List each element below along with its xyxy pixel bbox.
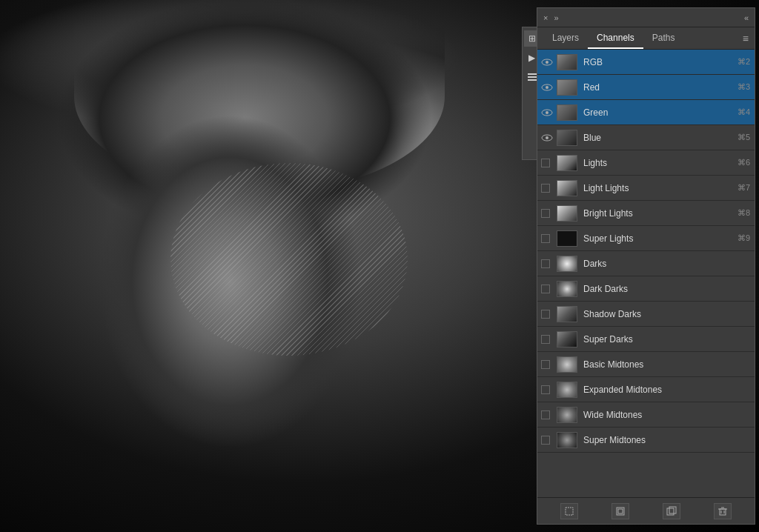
selection-from-channel-button[interactable]: [560, 503, 578, 519]
load-channel-button[interactable]: [663, 503, 680, 519]
channel-row-red[interactable]: Red⌘3: [537, 75, 755, 100]
channel-name-rgb: RGB: [583, 57, 735, 67]
svg-rect-0: [528, 73, 537, 75]
channel-thumb-super-midtones: [557, 432, 577, 448]
channel-name-super-darks: Super Darks: [583, 334, 747, 345]
checkbox-bright-lights[interactable]: [540, 207, 554, 220]
channel-row-green[interactable]: Green⌘4: [537, 100, 755, 125]
channel-row-shadow-darks[interactable]: Shadow Darks: [537, 302, 755, 327]
checkbox-basic-midtones[interactable]: [540, 358, 554, 371]
channel-thumb-super-darks: [557, 331, 577, 348]
channel-name-bright-lights: Bright Lights: [583, 208, 735, 219]
channel-row-lights[interactable]: Lights⌘6: [537, 150, 755, 176]
channel-thumb-bright-lights: [557, 205, 577, 222]
channel-shortcut-super-lights: ⌘9: [738, 233, 750, 243]
checkbox-dark-darks[interactable]: [540, 282, 554, 296]
channel-thumb-lights: [557, 155, 577, 171]
panel-collapse-icon[interactable]: «: [744, 13, 749, 22]
channel-thumb-basic-midtones: [557, 356, 577, 373]
svg-rect-13: [618, 509, 623, 513]
channel-row-super-midtones[interactable]: Super Midtones: [537, 428, 755, 453]
checkbox-light-lights[interactable]: [540, 182, 554, 195]
svg-rect-1: [528, 76, 537, 78]
channel-shortcut-lights: ⌘6: [738, 158, 750, 167]
eye-icon-red[interactable]: [540, 81, 554, 94]
panel-close-icon[interactable]: ×: [543, 13, 548, 22]
tab-channels[interactable]: Channels: [588, 27, 643, 49]
channel-name-dark-darks: Dark Darks: [583, 284, 747, 294]
channel-shortcut-light-lights: ⌘7: [738, 183, 750, 193]
channel-thumb-shadow-darks: [557, 306, 577, 322]
eye-icon-rgb[interactable]: [540, 56, 554, 69]
tab-paths[interactable]: Paths: [643, 27, 684, 49]
channel-thumb-dark-darks: [557, 281, 577, 297]
tab-layers[interactable]: Layers: [543, 27, 588, 49]
channel-name-basic-midtones: Basic Midtones: [583, 359, 747, 370]
save-channel-button[interactable]: [611, 503, 629, 519]
panel-expand-icon[interactable]: »: [554, 13, 558, 22]
channel-row-basic-midtones[interactable]: Basic Midtones: [537, 352, 755, 377]
channels-panel: × » « Layers Channels Paths ≡ RGB⌘2 Red⌘…: [537, 7, 755, 525]
channel-shortcut-blue: ⌘5: [738, 133, 750, 142]
svg-rect-16: [720, 509, 726, 515]
svg-point-10: [546, 136, 548, 139]
channel-row-super-lights[interactable]: Super Lights⌘9: [537, 226, 755, 251]
checkbox-expanded-midtones[interactable]: [540, 383, 554, 396]
channel-thumb-blue: [557, 130, 577, 146]
checkbox-lights[interactable]: [540, 156, 554, 170]
channel-shortcut-bright-lights: ⌘8: [738, 208, 750, 218]
channel-thumb-wide-midtones: [557, 407, 577, 423]
channel-row-blue[interactable]: Blue⌘5: [537, 125, 755, 150]
checkbox-super-darks[interactable]: [540, 333, 554, 346]
channel-name-expanded-midtones: Expanded Midtones: [583, 385, 747, 395]
checkbox-shadow-darks[interactable]: [540, 307, 554, 321]
channel-name-super-lights: Super Lights: [583, 233, 735, 244]
channel-thumb-expanded-midtones: [557, 382, 577, 398]
channel-name-lights: Lights: [583, 158, 735, 168]
channel-name-wide-midtones: Wide Midtones: [583, 410, 747, 420]
checkbox-super-midtones[interactable]: [540, 433, 554, 447]
checkbox-super-lights[interactable]: [540, 232, 554, 245]
channel-name-shadow-darks: Shadow Darks: [583, 309, 747, 319]
channel-thumb-light-lights: [557, 180, 577, 196]
svg-rect-2: [528, 79, 537, 81]
channel-thumb-darks: [557, 256, 577, 272]
channel-name-blue: Blue: [583, 133, 735, 143]
svg-rect-14: [667, 508, 674, 515]
channel-shortcut-green: ⌘4: [738, 107, 750, 117]
channel-thumb-rgb: [557, 54, 577, 70]
delete-channel-button[interactable]: [714, 503, 732, 519]
channel-shortcut-red: ⌘3: [738, 82, 750, 92]
checkbox-darks[interactable]: [540, 257, 554, 270]
panel-tabs: Layers Channels Paths ≡: [537, 27, 755, 50]
channel-row-darks[interactable]: Darks: [537, 251, 755, 276]
channel-name-light-lights: Light Lights: [583, 183, 735, 193]
channel-name-green: Green: [583, 107, 735, 118]
channel-name-red: Red: [583, 82, 735, 93]
svg-point-4: [546, 61, 548, 64]
svg-rect-15: [669, 507, 676, 513]
svg-point-6: [546, 86, 548, 89]
channel-row-wide-midtones[interactable]: Wide Midtones: [537, 402, 755, 428]
channel-shortcut-rgb: ⌘2: [738, 57, 750, 67]
channel-row-expanded-midtones[interactable]: Expanded Midtones: [537, 377, 755, 402]
channel-row-super-darks[interactable]: Super Darks: [537, 327, 755, 352]
svg-point-8: [546, 111, 548, 114]
channels-list: RGB⌘2 Red⌘3 Green⌘4 Blue⌘5Lights⌘6Light …: [537, 50, 755, 497]
panel-footer: [537, 497, 755, 524]
eye-icon-green[interactable]: [540, 106, 554, 119]
panel-options-menu[interactable]: ≡: [743, 33, 749, 44]
panel-header-controls: × »: [543, 13, 559, 22]
channel-row-bright-lights[interactable]: Bright Lights⌘8: [537, 201, 755, 226]
panel-header: × » «: [537, 8, 755, 27]
channel-name-super-midtones: Super Midtones: [583, 435, 747, 445]
channel-row-dark-darks[interactable]: Dark Darks: [537, 276, 755, 302]
checkbox-wide-midtones[interactable]: [540, 408, 554, 422]
channel-row-rgb[interactable]: RGB⌘2: [537, 50, 755, 75]
eye-icon-blue[interactable]: [540, 131, 554, 144]
channel-thumb-super-lights: [557, 230, 577, 247]
svg-rect-11: [566, 508, 573, 515]
channel-name-darks: Darks: [583, 259, 747, 269]
channel-row-light-lights[interactable]: Light Lights⌘7: [537, 176, 755, 201]
channel-thumb-red: [557, 79, 577, 96]
